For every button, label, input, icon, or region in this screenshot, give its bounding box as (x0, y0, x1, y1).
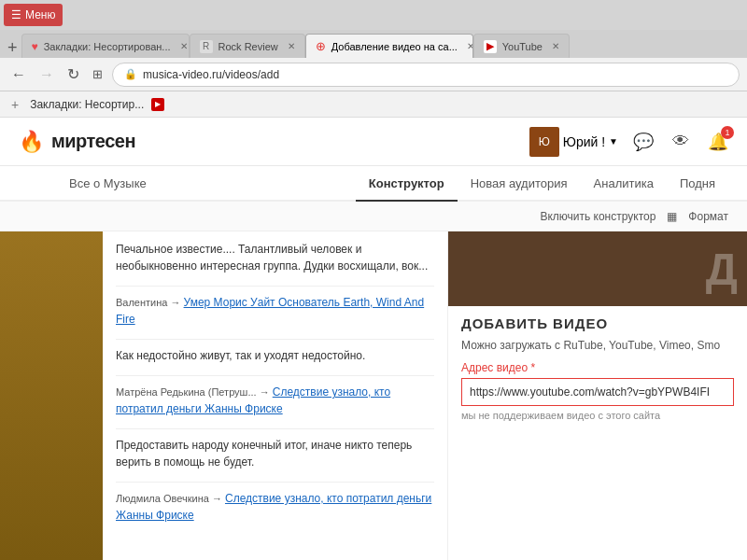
home-button[interactable]: ⊞ (89, 65, 106, 83)
list-item: Валентина → Умер Морис Уайт Основатель E… (116, 294, 434, 328)
item-text-1: Печальное известие.... Талантливый челов… (116, 243, 428, 273)
tab-close-yt[interactable]: ✕ (552, 41, 559, 51)
address-text: musica-video.ru/videos/add (143, 68, 279, 81)
chevron-down-icon: ▼ (609, 136, 618, 147)
url-input[interactable] (461, 378, 734, 406)
tab-youtube[interactable]: ▶ YouTube ✕ (473, 34, 570, 58)
flame-icon: 🔥 (19, 130, 44, 154)
notifications-icon[interactable]: 🔔 1 (708, 132, 728, 152)
tab-rock-review[interactable]: R Rock Review ✕ (190, 34, 305, 58)
tab-favicon-add: ⊕ (316, 39, 326, 53)
item-author-2: Валентина → (116, 297, 184, 308)
list-item: Людмила Овечкина → Следствие узнало, кто… (116, 490, 434, 524)
add-tab-button[interactable]: + (4, 38, 21, 58)
logo[interactable]: 🔥 миртесен (19, 130, 135, 154)
add-video-description: Можно загружать с RuTube, YouTube, Vimeo… (461, 339, 734, 352)
list-item: Как недостойно живут, так и уходят недос… (116, 347, 434, 364)
user-name: Юрий ! (563, 134, 605, 149)
nav-item-constructor[interactable]: Конструктор (356, 166, 458, 202)
content-area: Печальное известие.... Талантливый челов… (103, 231, 448, 560)
format-label[interactable]: Формат (688, 210, 728, 223)
item-text-3: Как недостойно живут, так и уходят недос… (116, 349, 365, 362)
bookmark-item[interactable]: Закладки: Несортир... (30, 98, 144, 111)
views-icon[interactable]: 👁 (672, 132, 689, 151)
error-text: мы не поддерживаем видео с этого сайта (461, 410, 734, 421)
logo-text: миртесен (51, 131, 135, 152)
list-item: Матрёна Редькина (Петруш... → Следствие … (116, 384, 434, 417)
tab-close-bookmarks[interactable]: ✕ (180, 41, 188, 51)
tab-label-add: Добавление видео на са... (331, 41, 458, 52)
nav-item-podnya[interactable]: Подня (667, 166, 728, 202)
yt-favicon: ▶ (151, 98, 164, 111)
nav-item-all-music[interactable]: Все о Музыке (56, 166, 160, 202)
user-profile[interactable]: Ю Юрий ! ▼ (529, 127, 618, 157)
yt-bookmark[interactable]: ▶ (151, 98, 164, 111)
tab-label-rock: Rock Review (218, 41, 278, 52)
tab-add-video[interactable]: ⊕ Добавление видео на са... ✕ (305, 34, 473, 58)
item-author-4: Матрёна Редькина (Петруш... → (116, 386, 273, 398)
notification-badge: 1 (721, 126, 734, 139)
tab-label-yt: YouTube (502, 41, 543, 52)
bookmark-label: Закладки: Несортир... (30, 98, 144, 111)
nav-item-new-audience[interactable]: Новая аудитория (458, 166, 581, 202)
tab-favicon-yt: ▶ (484, 40, 497, 53)
tab-close-rock[interactable]: ✕ (288, 41, 295, 51)
list-item: Предоставить народу конечный итог, иначе… (116, 437, 434, 470)
right-panel: Д ДОБАВИТЬ ВИДЕО Можно загружать с RuTub… (448, 231, 747, 560)
add-video-title: ДОБАВИТЬ ВИДЕО (461, 315, 734, 331)
lock-icon: 🔒 (124, 68, 137, 80)
menu-icon: ☰ (11, 8, 21, 21)
tab-favicon-bookmarks: ♥ (32, 40, 38, 53)
messages-icon[interactable]: 💬 (633, 132, 654, 152)
url-field-label: Адрес видео * (461, 361, 734, 374)
video-thumbnail: Д (448, 231, 747, 306)
site-header: 🔥 миртесен Ю Юрий ! ▼ 💬 👁 🔔 1 (0, 118, 747, 166)
tab-label-bookmarks: Закладки: Несортирован... (44, 41, 171, 52)
menu-button[interactable]: ☰ Меню (4, 4, 63, 26)
list-item: Печальное известие.... Талантливый челов… (116, 241, 434, 274)
refresh-button[interactable]: ↻ (63, 63, 83, 85)
tab-close-add[interactable]: ✕ (467, 41, 473, 51)
menu-label: Меню (25, 8, 55, 21)
constructor-link-text: Включить конструктор (540, 210, 655, 223)
forward-button[interactable]: → (35, 64, 58, 85)
enable-constructor-link[interactable]: Включить конструктор (540, 210, 655, 223)
nav-item-analytics[interactable]: Аналитика (581, 166, 667, 202)
thumb-letter: Д (706, 244, 738, 295)
item-author-6: Людмила Овечкина → (116, 493, 225, 504)
format-icon[interactable]: ▦ (667, 210, 677, 223)
back-button[interactable]: ← (7, 64, 30, 85)
address-bar[interactable]: 🔒 musica-video.ru/videos/add (112, 63, 740, 87)
item-text-5: Предоставить народу конечный итог, иначе… (116, 439, 412, 469)
avatar-initial: Ю (539, 135, 550, 148)
avatar: Ю (529, 127, 559, 157)
constructor-bar: Включить конструктор ▦ Формат (0, 202, 747, 231)
left-sidebar (0, 231, 103, 560)
add-bookmark-button[interactable]: + (7, 97, 22, 112)
tab-bookmarks[interactable]: ♥ Закладки: Несортирован... ✕ (21, 34, 190, 58)
site-nav: Все о Музыке Конструктор Новая аудитория… (0, 166, 747, 202)
tab-favicon-rock: R (200, 40, 213, 53)
